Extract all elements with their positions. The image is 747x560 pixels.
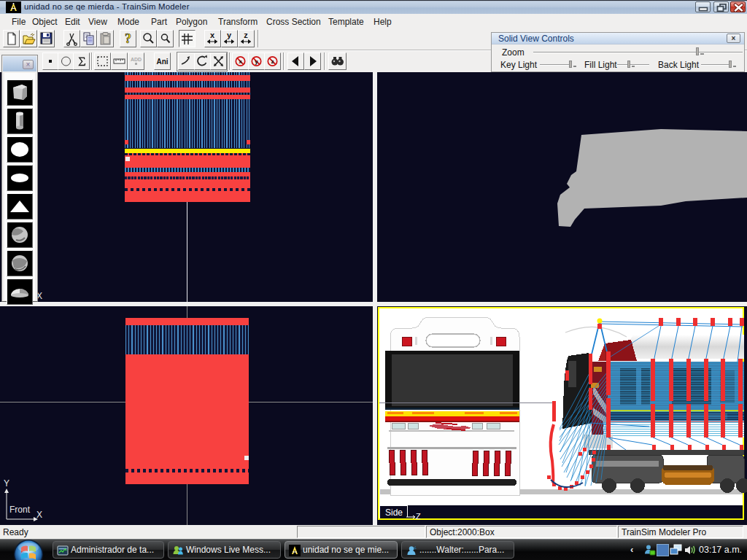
svg-text:Side: Side (385, 508, 403, 518)
svg-text:y: y (255, 58, 258, 65)
svg-text:z: z (271, 58, 274, 65)
svg-text:ADD: ADD (131, 57, 142, 62)
svg-text:x: x (210, 31, 215, 39)
svg-text:Ani: Ani (156, 58, 168, 66)
svg-text:z: z (244, 31, 248, 39)
svg-text:Z: Z (416, 512, 421, 521)
svg-text:x: x (239, 58, 242, 65)
svg-text:?: ? (125, 31, 131, 46)
svg-text:y: y (227, 31, 232, 39)
